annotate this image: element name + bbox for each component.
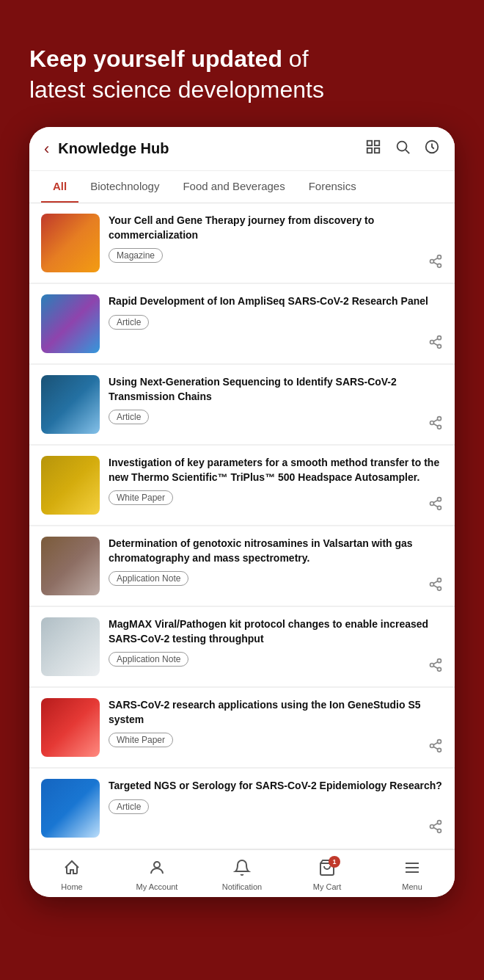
svg-point-22 [438, 498, 441, 501]
bell-icon [233, 859, 251, 881]
svg-line-31 [433, 581, 438, 584]
article-body: Using Next-Generation Sequencing to Iden… [109, 375, 443, 424]
expand-icon[interactable] [365, 139, 381, 159]
hero-section: Keep yourself updated of latest science … [0, 0, 484, 127]
svg-point-33 [430, 664, 434, 667]
bottom-nav: Home My Account Notification 1 My Cart [29, 849, 455, 897]
nav-notification-label: Notification [222, 882, 262, 891]
svg-line-36 [433, 662, 438, 664]
svg-point-4 [397, 142, 407, 151]
nav-menu-label: Menu [402, 882, 422, 891]
svg-point-13 [430, 341, 434, 344]
svg-line-41 [433, 743, 438, 745]
svg-line-46 [433, 824, 438, 826]
share-button[interactable] [428, 415, 443, 434]
home-icon [63, 859, 81, 881]
svg-point-19 [438, 426, 441, 429]
svg-line-5 [406, 150, 409, 153]
svg-line-35 [433, 666, 438, 668]
svg-line-45 [433, 827, 438, 830]
cart-badge: 1 [329, 856, 340, 868]
svg-point-47 [154, 862, 160, 868]
article-tag: Application Note [109, 652, 188, 667]
svg-line-30 [433, 585, 438, 587]
svg-rect-1 [375, 141, 379, 145]
nav-notification[interactable]: Notification [199, 856, 285, 894]
svg-point-44 [438, 830, 441, 833]
tab-biotechnology[interactable]: Biotechnology [78, 171, 171, 203]
svg-point-32 [438, 659, 441, 663]
article-thumbnail [41, 698, 100, 757]
svg-point-28 [430, 583, 434, 587]
search-icon[interactable] [395, 139, 411, 159]
article-tag: Application Note [109, 571, 188, 586]
article-tag: Magazine [109, 248, 163, 263]
tab-forensics[interactable]: Forensics [297, 171, 368, 203]
nav-home[interactable]: Home [29, 856, 114, 894]
svg-point-7 [438, 255, 441, 259]
nav-menu[interactable]: Menu [370, 856, 455, 894]
article-body: Rapid Development of Ion AmpliSeq SARS-C… [109, 294, 443, 330]
article-body: Targeted NGS or Serology for SARS-CoV-2 … [109, 779, 443, 814]
list-item[interactable]: Your Cell and Gene Therapy journey from … [29, 203, 455, 283]
share-button[interactable] [428, 335, 443, 353]
article-thumbnail [41, 375, 100, 434]
history-icon[interactable] [424, 139, 440, 159]
article-tag: Article [109, 799, 149, 814]
svg-point-27 [438, 578, 441, 582]
article-title: Your Cell and Gene Therapy journey from … [109, 214, 443, 242]
article-title: MagMAX Viral/Pathogen kit protocol chang… [109, 617, 443, 646]
article-body: MagMAX Viral/Pathogen kit protocol chang… [109, 617, 443, 667]
svg-point-34 [438, 668, 441, 672]
svg-line-16 [433, 339, 438, 341]
nav-home-label: Home [61, 882, 82, 891]
svg-rect-2 [367, 148, 372, 153]
article-body: Your Cell and Gene Therapy journey from … [109, 214, 443, 263]
svg-point-24 [438, 507, 441, 510]
list-item[interactable]: Determination of genotoxic nitrosamines … [29, 526, 455, 606]
tab-food-and-beverages[interactable]: Food and Beverages [171, 171, 296, 203]
svg-line-10 [433, 262, 438, 264]
svg-point-38 [430, 744, 434, 748]
svg-point-39 [438, 749, 441, 752]
hero-line2: latest science developments [29, 76, 324, 103]
svg-point-12 [438, 336, 441, 340]
list-item[interactable]: Using Next-Generation Sequencing to Iden… [29, 365, 455, 444]
svg-point-42 [438, 821, 441, 824]
list-item[interactable]: Investigation of key parameters for a sm… [29, 446, 455, 525]
svg-point-37 [438, 740, 441, 744]
nav-account[interactable]: My Account [114, 856, 199, 894]
list-item[interactable]: Rapid Development of Ion AmpliSeq SARS-C… [29, 284, 455, 363]
list-item[interactable]: MagMAX Viral/Pathogen kit protocol chang… [29, 607, 455, 686]
menu-icon [403, 859, 421, 881]
back-button[interactable]: ‹ [44, 139, 49, 159]
svg-point-8 [430, 260, 434, 264]
article-thumbnail [41, 779, 100, 838]
share-button[interactable] [428, 254, 443, 272]
tab-all[interactable]: All [41, 171, 78, 203]
article-body: Determination of genotoxic nitrosamines … [109, 537, 443, 586]
svg-rect-3 [375, 148, 379, 153]
article-tag: White Paper [109, 490, 173, 505]
nav-account-label: My Account [136, 882, 178, 891]
article-list: Your Cell and Gene Therapy journey from … [29, 203, 455, 848]
article-title: Rapid Development of Ion AmpliSeq SARS-C… [109, 294, 443, 309]
nav-cart[interactable]: 1 My Cart [285, 856, 370, 894]
share-button[interactable] [428, 658, 443, 676]
list-item[interactable]: Targeted NGS or Serology for SARS-CoV-2 … [29, 769, 455, 848]
share-button[interactable] [428, 577, 443, 595]
svg-point-43 [430, 825, 434, 829]
share-button[interactable] [428, 819, 443, 838]
share-button[interactable] [428, 738, 443, 757]
share-button[interactable] [428, 496, 443, 515]
svg-point-9 [438, 264, 441, 268]
article-thumbnail [41, 456, 100, 515]
tabs-bar: All Biotechnology Food and Beverages For… [29, 171, 455, 203]
list-item[interactable]: SARS-CoV-2 research applications using t… [29, 688, 455, 767]
svg-line-26 [433, 501, 438, 503]
article-tag: Article [109, 410, 149, 424]
article-title: Targeted NGS or Serology for SARS-CoV-2 … [109, 779, 443, 794]
hero-bold: Keep yourself updated [29, 46, 282, 72]
article-tag: White Paper [109, 733, 173, 747]
svg-line-21 [433, 420, 438, 422]
